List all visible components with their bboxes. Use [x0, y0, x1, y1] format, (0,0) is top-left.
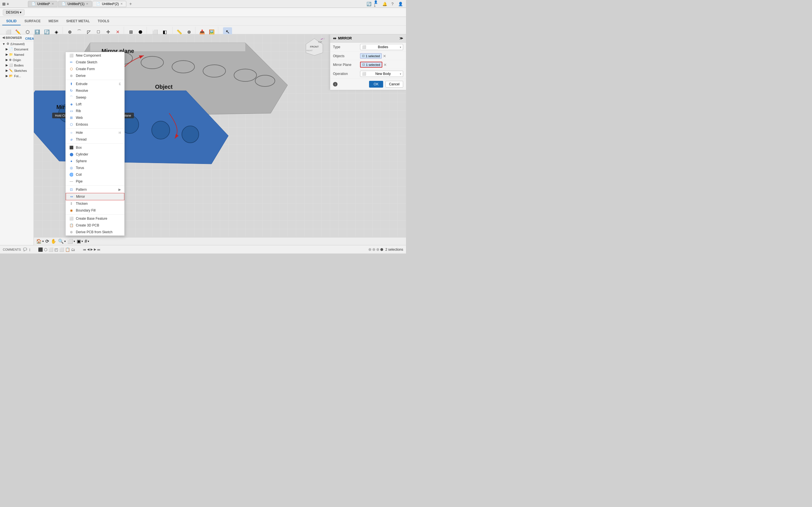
tab-close-0[interactable]: ✕	[52, 2, 54, 5]
menu-extrude[interactable]: ⬆ Extrude E	[66, 80, 124, 87]
menu-mirror[interactable]: ⇔ Mirror	[66, 193, 124, 200]
tab-untitled-2[interactable]: 📄 Untitled*(2) ✕	[93, 1, 126, 7]
extrude-shortcut: E	[119, 82, 121, 86]
help-icon[interactable]: ?	[390, 1, 395, 7]
bottom-tool-6[interactable]: 📋	[65, 247, 70, 252]
objects-value[interactable]: ⊡ 1 selected ✕	[360, 53, 403, 59]
menu-box[interactable]: ⬛ Box	[66, 144, 124, 151]
zoom-button[interactable]: 🔍 ▾	[58, 238, 66, 244]
grid-button[interactable]: # ▾	[85, 239, 89, 244]
browser-bodies[interactable]: ▶ ⬜ Bodies	[0, 62, 34, 68]
tab-solid[interactable]: SOLID	[2, 18, 20, 25]
info-icon[interactable]: i	[333, 82, 338, 87]
box-icon: ⬛	[69, 145, 73, 150]
viewport-canvas[interactable]: FRONT TOP RIGHT Z Mi	[34, 34, 406, 245]
profile-icon[interactable]: 👤	[398, 1, 403, 7]
type-value[interactable]: ⬜ Bodies ▾	[360, 44, 403, 50]
tab-mesh[interactable]: MESH	[45, 18, 62, 25]
menu-thicken[interactable]: ⇕ Thicken	[66, 200, 124, 207]
expand-icon[interactable]: |	[29, 248, 30, 251]
tab-surface[interactable]: SURFACE	[20, 18, 45, 25]
menu-boundary-fill[interactable]: ◉ Boundary Fill	[66, 207, 124, 214]
tab-untitled-1[interactable]: 📄 Untitled*(1) ✕	[58, 1, 92, 7]
menu-derive-pcb[interactable]: ⊛ Derive PCB from Sketch	[66, 229, 124, 235]
orbit-button[interactable]: ⟳	[45, 238, 49, 244]
main-area: ◀ BROWSER ▼ ⚙ (Unsaved) ▶ 📄 Document ▶ 📁…	[0, 34, 406, 245]
type-select[interactable]: ⬜ Bodies ▾	[360, 44, 403, 50]
browser-named[interactable]: ▶ 📁 Named	[0, 52, 34, 57]
menu-new-component[interactable]: ⬜ New Component	[66, 52, 124, 59]
menu-torus[interactable]: ◎ Torus	[66, 165, 124, 171]
home-view-button[interactable]: 🏠 ▾	[36, 238, 44, 244]
bottom-tool-2[interactable]: ⬡	[44, 247, 47, 252]
mirror-plane-badge[interactable]: ⊡ 1 selected	[360, 62, 382, 68]
menu-coil[interactable]: 🌀 Coil	[66, 171, 124, 178]
menu-create-3d-pcb[interactable]: 📋 Create 3D PCB	[66, 222, 124, 229]
menu-pattern[interactable]: ⊡ Pattern ▶	[66, 186, 124, 193]
nav-prev[interactable]: ◀	[87, 247, 89, 251]
bottom-tool-4[interactable]: ◰	[54, 247, 58, 252]
objects-clear-icon[interactable]: ✕	[383, 54, 386, 58]
menu-cylinder[interactable]: ⬤ Cylinder	[66, 151, 124, 158]
menu-pipe[interactable]: — Pipe	[66, 178, 124, 185]
panel-expand-icon[interactable]: ≫	[400, 36, 403, 40]
menu-rib[interactable]: ▭ Rib	[66, 108, 124, 114]
ok-button[interactable]: OK	[369, 81, 383, 88]
mirror-icon: ⇔	[69, 194, 74, 199]
browser-document[interactable]: ▶ 📄 Document	[0, 47, 34, 52]
design-menu-button[interactable]: DESIGN ▾	[3, 9, 24, 15]
bottom-tool-3[interactable]: ⬜	[49, 247, 53, 252]
tab-tools[interactable]: TOOLS	[94, 18, 113, 25]
comment-icon[interactable]: 💬	[23, 247, 27, 251]
create-form-tool[interactable]: ⬡	[23, 27, 32, 36]
new-tab-button[interactable]: +	[127, 1, 134, 6]
operation-value[interactable]: ⬜ New Body ▾	[360, 71, 403, 77]
nav-first[interactable]: ⏮	[83, 248, 86, 251]
nav-next[interactable]: ▶	[94, 247, 96, 251]
mirror-plane-clear-icon[interactable]: ✕	[384, 62, 387, 67]
objects-selected-badge[interactable]: ⊡ 1 selected	[360, 53, 382, 59]
browser-origin[interactable]: ▶ ⊕ Origin	[0, 57, 34, 62]
mirror-plane-value[interactable]: ⊡ 1 selected ✕	[360, 62, 403, 68]
menu-derive[interactable]: ⊛ Derive	[66, 72, 124, 79]
menu-revolve[interactable]: ↻ Revolve	[66, 87, 124, 94]
nav-play[interactable]: ▶	[91, 247, 93, 251]
sketch-icon: ✏	[69, 60, 73, 64]
hole-shortcut: H	[119, 131, 121, 134]
tab-close-1[interactable]: ✕	[86, 2, 88, 5]
create-sketch-tool[interactable]: ✏️	[13, 27, 22, 36]
tab-untitled[interactable]: 📄 Untitled* ✕	[28, 1, 57, 7]
menu-sweep[interactable]: ⌒ Sweep	[66, 94, 124, 101]
bottom-tool-7[interactable]: 🗂	[71, 247, 75, 252]
menu-create-form[interactable]: ⬡ Create Form	[66, 66, 124, 72]
menu-create-sketch[interactable]: ✏ Create Sketch	[66, 59, 124, 66]
menu-emboss[interactable]: ⬡ Emboss	[66, 121, 124, 128]
browser-sketches[interactable]: ▶ ✏️ Sketches	[0, 68, 34, 73]
user-count-icon[interactable]: 👤1	[374, 1, 379, 7]
create-dropdown-menu: ⬜ New Component ✏ Create Sketch ⬡ Create…	[65, 52, 124, 236]
menu-create-base-feature[interactable]: ⬜ Create Base Feature	[66, 215, 124, 222]
menu-thread[interactable]: ⌀ Thread	[66, 136, 124, 143]
display-mode-button[interactable]: ▣ ▾	[77, 238, 83, 244]
view-cube-button[interactable]: ⬜ ▾	[67, 238, 75, 244]
app-grid-icon[interactable]: ⊞	[2, 2, 6, 6]
update-icon[interactable]: 🔄	[366, 1, 371, 7]
navigation-cube[interactable]: FRONT TOP RIGHT Z	[305, 37, 324, 57]
file-menu-icon[interactable]: ≡	[7, 2, 9, 6]
menu-hole[interactable]: ○ Hole H	[66, 129, 124, 136]
menu-web[interactable]: ⊞ Web	[66, 114, 124, 121]
browser-folder[interactable]: ▶ 📂 Fol...	[0, 73, 34, 78]
tab-close-2[interactable]: ✕	[120, 2, 123, 5]
operation-select[interactable]: ⬜ New Body ▾	[360, 71, 403, 77]
tab-sheet-metal[interactable]: SHEET METAL	[62, 18, 94, 25]
browser-root[interactable]: ▼ ⚙ (Unsaved)	[0, 41, 34, 47]
cancel-button[interactable]: Cancel	[386, 81, 403, 88]
bottom-tool-5[interactable]: ⬜	[59, 247, 64, 252]
new-component-tool[interactable]: ⬜	[4, 27, 13, 36]
menu-loft[interactable]: ◈ Loft	[66, 101, 124, 108]
menu-sphere[interactable]: ● Sphere	[66, 158, 124, 165]
notifications-icon[interactable]: 🔔	[382, 1, 388, 7]
bottom-tool-1[interactable]: ⬛	[38, 247, 43, 252]
pan-button[interactable]: ✋	[51, 238, 56, 244]
nav-last[interactable]: ⏭	[97, 248, 100, 251]
